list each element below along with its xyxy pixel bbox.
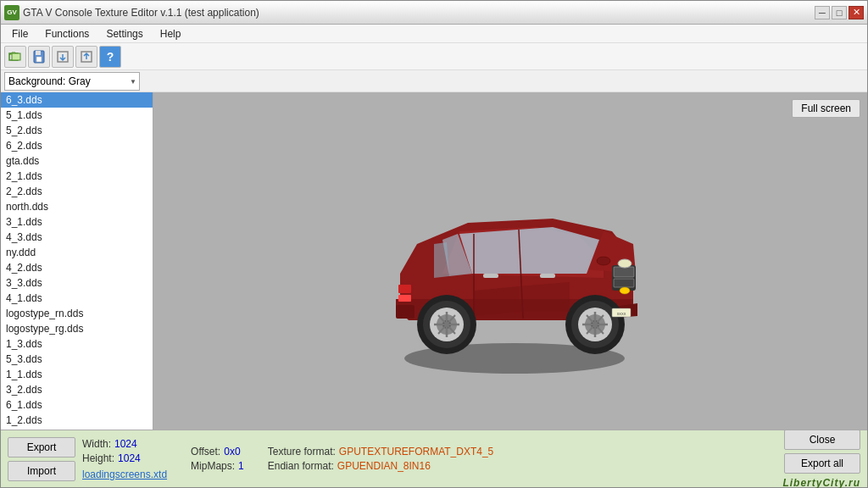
title-text: GTA V Console Texture Editor v.1.1 (test…: [23, 7, 259, 19]
offset-value: 0x0: [224, 446, 240, 458]
endian-format-value: GPUENDIAN_8IN16: [337, 460, 431, 472]
svg-rect-14: [398, 285, 411, 293]
mipmaps-row: MipMaps: 1: [191, 460, 244, 472]
file-list-item[interactable]: 3_3.dds: [1, 275, 153, 291]
full-screen-button[interactable]: Full screen: [792, 99, 860, 118]
bg-selector-row: Background: Gray Background: White Backg…: [1, 70, 867, 92]
status-far-right: Close Export all LibertyCity.ru: [782, 434, 860, 484]
file-list-item[interactable]: 1_3.dds: [1, 336, 153, 352]
offset-row: Offset: 0x0: [191, 446, 244, 458]
svg-point-40: [597, 257, 610, 265]
svg-rect-18: [540, 274, 555, 278]
offset-label: Offset:: [191, 446, 220, 458]
height-row: Height: 1024: [82, 452, 167, 464]
svg-rect-10: [614, 279, 634, 287]
svg-rect-9: [614, 267, 634, 277]
file-list-item[interactable]: 3_1.dds: [1, 214, 153, 230]
file-list-item[interactable]: 5_1.dds: [1, 108, 153, 123]
close-button[interactable]: Close: [784, 430, 860, 450]
svg-point-12: [620, 287, 630, 294]
file-list-item[interactable]: 6_3.dds: [1, 92, 153, 108]
export-button[interactable]: [75, 46, 97, 68]
svg-rect-3: [36, 51, 41, 55]
svg-rect-1: [12, 53, 20, 60]
help-button[interactable]: ?: [99, 46, 121, 68]
svg-text:XXXX: XXXX: [617, 312, 626, 316]
file-list-item[interactable]: 2_1.dds: [1, 169, 153, 184]
minimize-button[interactable]: ─: [815, 6, 830, 19]
menu-bar: File Functions Settings Help: [1, 25, 867, 43]
file-list-item[interactable]: 3_2.dds: [1, 382, 153, 397]
main-content: 6_3.dds5_1.dds5_2.dds6_2.ddsgta.dds2_1.d…: [1, 92, 867, 430]
file-list-item[interactable]: 4_1.dds: [1, 291, 153, 306]
svg-point-11: [618, 259, 632, 268]
file-list-item[interactable]: 5_3.dds: [1, 352, 153, 367]
file-list-item[interactable]: logostype_rn.dds: [1, 306, 153, 321]
dimensions-section: Width: 1024 Height: 1024 loadingscreens.…: [82, 434, 167, 484]
file-list-item[interactable]: 6_2.dds: [1, 138, 153, 153]
file-list-item[interactable]: 4_2.dds: [1, 260, 153, 275]
export-button[interactable]: Export: [8, 437, 75, 458]
file-list-panel[interactable]: 6_3.dds5_1.dds5_2.dds6_2.ddsgta.dds2_1.d…: [1, 92, 153, 430]
window-controls: ─ □ ✕: [815, 6, 864, 19]
close-window-button[interactable]: ✕: [849, 6, 864, 19]
svg-rect-13: [396, 305, 415, 319]
title-bar: GV GTA V Console Texture Editor v.1.1 (t…: [1, 1, 867, 25]
car-preview: XXXX: [349, 142, 671, 380]
file-list-item[interactable]: 5_2.dds: [1, 123, 153, 138]
import-button[interactable]: [52, 46, 74, 68]
format-section: Texture format: GPUTEXTUREFORMAT_DXT4_5 …: [268, 434, 494, 484]
status-left-buttons: Export Import: [8, 434, 75, 484]
endian-format-label: Endian format:: [268, 460, 334, 472]
import-button[interactable]: Import: [8, 461, 75, 481]
filename-row: loadingscreens.xtd: [82, 467, 167, 480]
texture-format-row: Texture format: GPUTEXTUREFORMAT_DXT4_5: [268, 446, 494, 458]
file-list-item[interactable]: 2_2.dds: [1, 184, 153, 199]
width-label: Width:: [82, 438, 111, 450]
height-label: Height:: [82, 452, 114, 464]
save-button[interactable]: [28, 46, 50, 68]
file-list-item[interactable]: logostype_rg.dds: [1, 321, 153, 336]
preview-area: XXXX Full screen: [153, 92, 867, 430]
width-row: Width: 1024: [82, 438, 167, 450]
liberty-city-logo: LibertyCity.ru: [782, 477, 860, 489]
open-button[interactable]: [4, 46, 26, 68]
texture-format-value: GPUTEXTUREFORMAT_DXT4_5: [339, 446, 493, 458]
mipmaps-value: 1: [238, 460, 244, 472]
file-list-item[interactable]: 1_2.dds: [1, 413, 153, 428]
file-list-item[interactable]: 4_3.dds: [1, 230, 153, 245]
menu-file[interactable]: File: [4, 25, 36, 42]
app-window: GV GTA V Console Texture Editor v.1.1 (t…: [0, 0, 868, 488]
status-bar: Export Import Width: 1024 Height: 1024 l…: [1, 430, 867, 487]
export-all-button[interactable]: Export all: [784, 453, 860, 474]
svg-rect-19: [483, 274, 498, 278]
file-list-item[interactable]: gta.dds: [1, 153, 153, 169]
svg-rect-4: [36, 57, 42, 62]
file-list-item[interactable]: ny.ddd: [1, 245, 153, 260]
filename-link[interactable]: loadingscreens.xtd: [82, 469, 167, 480]
preview-background: XXXX Full screen: [153, 92, 867, 430]
endian-format-row: Endian format: GPUENDIAN_8IN16: [268, 460, 494, 472]
file-list-item[interactable]: north.dds: [1, 199, 153, 214]
mipmaps-label: MipMaps:: [191, 460, 235, 472]
maximize-button[interactable]: □: [832, 6, 847, 19]
height-value: 1024: [118, 452, 141, 464]
file-list-item[interactable]: 6_1.dds: [1, 397, 153, 413]
texture-format-label: Texture format:: [268, 446, 336, 458]
menu-functions[interactable]: Functions: [37, 25, 97, 42]
app-icon: GV: [4, 5, 19, 20]
file-list-item[interactable]: 1_1.dds: [1, 367, 153, 382]
bg-select-wrapper[interactable]: Background: Gray Background: White Backg…: [4, 72, 140, 91]
background-selector[interactable]: Background: Gray Background: White Backg…: [4, 72, 140, 91]
menu-help[interactable]: Help: [153, 25, 189, 42]
offset-section: Offset: 0x0 MipMaps: 1: [191, 434, 244, 484]
width-value: 1024: [114, 438, 137, 450]
toolbar: ?: [1, 43, 867, 70]
menu-settings[interactable]: Settings: [98, 25, 150, 42]
svg-rect-15: [398, 295, 411, 302]
